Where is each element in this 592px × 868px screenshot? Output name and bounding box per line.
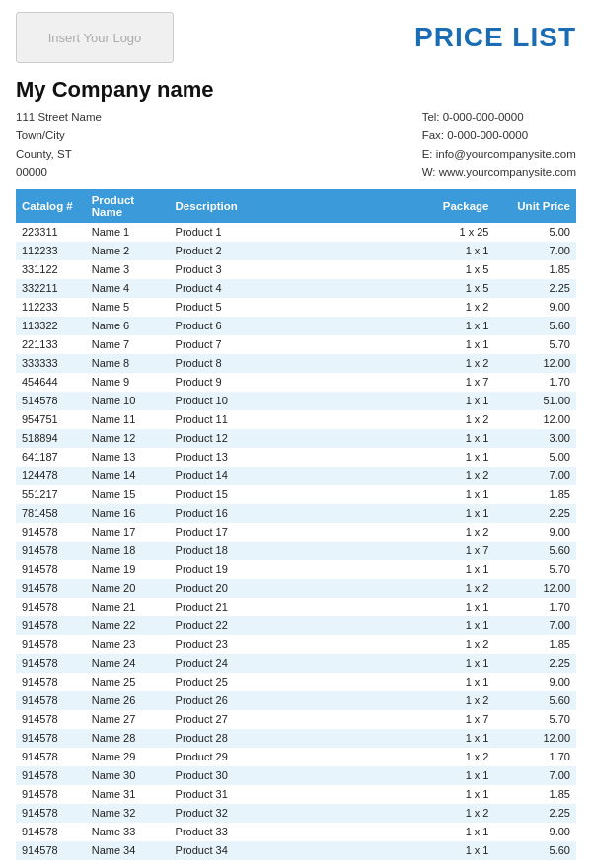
cell-desc: Product 6 (170, 317, 403, 335)
cell-price: 9.00 (494, 673, 576, 691)
cell-desc: Product 1 (170, 223, 403, 242)
cell-package: 1 x 1 (402, 242, 494, 260)
cell-catalog: 914578 (16, 654, 86, 673)
cell-price: 51.00 (494, 392, 576, 410)
cell-name: Name 12 (86, 429, 170, 448)
cell-price: 5.70 (494, 710, 576, 729)
cell-catalog: 914578 (16, 823, 86, 841)
cell-desc: Product 28 (170, 729, 403, 748)
cell-catalog: 914578 (16, 841, 86, 860)
cell-name: Name 8 (86, 354, 170, 373)
cell-package: 1 x 1 (402, 785, 494, 804)
cell-name: Name 25 (86, 673, 170, 691)
cell-name: Name 1 (86, 223, 170, 242)
cell-catalog: 781458 (16, 504, 86, 523)
cell-package: 1 x 1 (402, 598, 494, 616)
cell-catalog: 332211 (16, 279, 86, 298)
cell-name: Name 10 (86, 392, 170, 410)
cell-price: 9.00 (494, 823, 576, 841)
cell-catalog: 914578 (16, 766, 86, 785)
table-row: 914578 Name 29 Product 29 1 x 2 1.70 (16, 748, 576, 766)
logo-placeholder: Insert Your Logo (16, 12, 174, 63)
cell-package: 1 x 2 (402, 298, 494, 317)
cell-package: 1 x 2 (402, 410, 494, 429)
cell-price: 5.60 (494, 691, 576, 710)
cell-package: 1 x 1 (402, 729, 494, 748)
cell-price: 7.00 (494, 766, 576, 785)
logo-text: Insert Your Logo (48, 31, 142, 45)
cell-desc: Product 12 (170, 429, 403, 448)
cell-package: 1 x 1 (402, 654, 494, 673)
cell-price: 7.00 (494, 616, 576, 635)
table-row: 223311 Name 1 Product 1 1 x 25 5.00 (16, 223, 576, 242)
cell-catalog: 641187 (16, 448, 86, 467)
cell-catalog: 914578 (16, 748, 86, 766)
cell-price: 5.60 (494, 317, 576, 335)
cell-catalog: 112233 (16, 298, 86, 317)
cell-desc: Product 32 (170, 804, 403, 823)
table-row: 221133 Name 7 Product 7 1 x 1 5.70 (16, 335, 576, 354)
cell-name: Name 19 (86, 560, 170, 579)
page-footer: 1 of 1 (0, 860, 592, 868)
cell-desc: Product 23 (170, 635, 403, 654)
cell-name: Name 34 (86, 841, 170, 860)
cell-desc: Product 21 (170, 598, 403, 616)
cell-desc: Product 22 (170, 616, 403, 635)
cell-price: 7.00 (494, 467, 576, 485)
cell-price: 12.00 (494, 354, 576, 373)
cell-name: Name 28 (86, 729, 170, 748)
cell-catalog: 113322 (16, 317, 86, 335)
table-row: 914578 Name 21 Product 21 1 x 1 1.70 (16, 598, 576, 616)
cell-name: Name 29 (86, 748, 170, 766)
cell-package: 1 x 1 (402, 504, 494, 523)
cell-catalog: 914578 (16, 804, 86, 823)
cell-catalog: 914578 (16, 673, 86, 691)
cell-price: 5.70 (494, 335, 576, 354)
table-row: 641187 Name 13 Product 13 1 x 1 5.00 (16, 448, 576, 467)
cell-catalog: 914578 (16, 616, 86, 635)
cell-name: Name 32 (86, 804, 170, 823)
cell-catalog: 914578 (16, 691, 86, 710)
cell-package: 1 x 1 (402, 841, 494, 860)
cell-desc: Product 34 (170, 841, 403, 860)
table-row: 914578 Name 34 Product 34 1 x 1 5.60 (16, 841, 576, 860)
cell-package: 1 x 1 (402, 317, 494, 335)
cell-desc: Product 2 (170, 242, 403, 260)
cell-name: Name 3 (86, 260, 170, 279)
cell-package: 1 x 1 (402, 823, 494, 841)
cell-price: 1.85 (494, 485, 576, 504)
company-web: W: www.yourcompanysite.com (422, 163, 576, 181)
cell-package: 1 x 7 (402, 373, 494, 392)
table-row: 112233 Name 2 Product 2 1 x 1 7.00 (16, 242, 576, 260)
header-catalog: Catalog # (16, 189, 86, 223)
page-title: PRICE LIST (414, 22, 576, 53)
cell-name: Name 6 (86, 317, 170, 335)
cell-package: 1 x 1 (402, 335, 494, 354)
header-package: Package (402, 189, 494, 223)
cell-price: 9.00 (494, 298, 576, 317)
table-row: 124478 Name 14 Product 14 1 x 2 7.00 (16, 467, 576, 485)
cell-desc: Product 29 (170, 748, 403, 766)
cell-package: 1 x 2 (402, 354, 494, 373)
cell-name: Name 18 (86, 542, 170, 560)
address-line2: Town/City (16, 126, 102, 144)
cell-package: 1 x 1 (402, 673, 494, 691)
table-row: 914578 Name 19 Product 19 1 x 1 5.70 (16, 560, 576, 579)
cell-name: Name 9 (86, 373, 170, 392)
page-header: Insert Your Logo PRICE LIST (0, 0, 592, 71)
cell-price: 5.00 (494, 448, 576, 467)
cell-package: 1 x 1 (402, 766, 494, 785)
cell-package: 1 x 2 (402, 691, 494, 710)
cell-desc: Product 20 (170, 579, 403, 598)
cell-price: 9.00 (494, 523, 576, 542)
cell-desc: Product 5 (170, 298, 403, 317)
table-row: 914578 Name 27 Product 27 1 x 7 5.70 (16, 710, 576, 729)
cell-package: 1 x 2 (402, 804, 494, 823)
cell-package: 1 x 1 (402, 616, 494, 635)
cell-package: 1 x 25 (402, 223, 494, 242)
cell-package: 1 x 2 (402, 748, 494, 766)
cell-package: 1 x 7 (402, 710, 494, 729)
cell-catalog: 914578 (16, 579, 86, 598)
cell-desc: Product 9 (170, 373, 403, 392)
price-table-container: Catalog # Product Name Description Packa… (0, 189, 592, 860)
